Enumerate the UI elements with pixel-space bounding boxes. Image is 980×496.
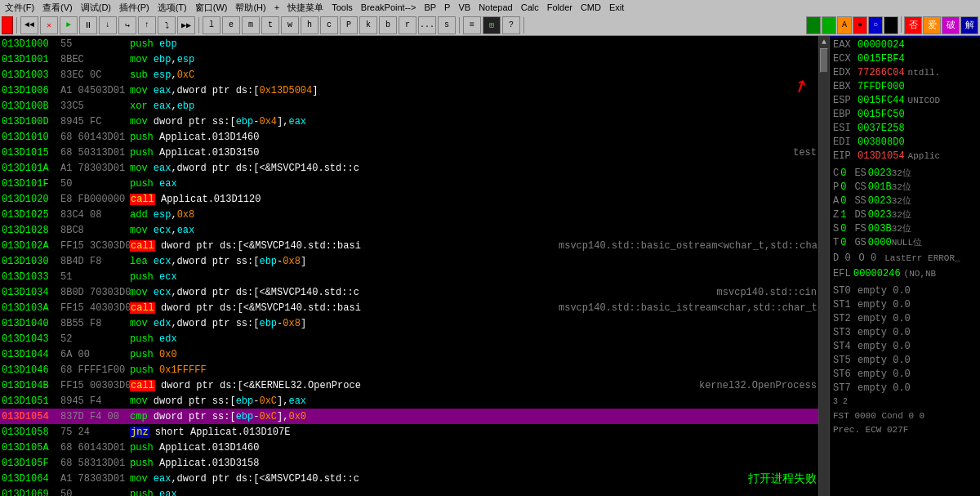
flag-value[interactable]: 0 xyxy=(840,223,846,235)
tb-anim[interactable]: ▶▶ xyxy=(177,16,195,34)
tb-step-out[interactable]: ↑ xyxy=(138,16,156,34)
tb-color2[interactable] xyxy=(822,16,836,34)
menu-exit[interactable]: Exit xyxy=(606,2,627,12)
table-row[interactable]: 013D10518945 F4mov dword ptr ss:[ebp-0xC… xyxy=(0,393,818,409)
reg-value[interactable]: 003808D0 xyxy=(858,136,905,148)
tb-w[interactable]: w xyxy=(281,16,299,34)
efl-value[interactable]: 00000246 xyxy=(853,268,901,279)
tb-help[interactable]: ? xyxy=(502,16,520,34)
menu-p[interactable]: P xyxy=(441,2,453,12)
reg-value[interactable]: 0015FC50 xyxy=(858,109,905,120)
tb-step-over[interactable]: ↪ xyxy=(118,16,136,34)
table-row[interactable]: 013D103AFF15 40303D01call dword ptr ds:[… xyxy=(0,300,818,315)
menu-tools[interactable]: Tools xyxy=(328,2,356,12)
tb-r[interactable]: r xyxy=(399,16,416,34)
tb-run[interactable]: ► xyxy=(60,16,78,34)
scroll-up[interactable]: ▲ xyxy=(822,38,826,47)
table-row[interactable]: 013D1054837D F4 00cmp dword ptr ss:[ebp-… xyxy=(0,409,818,424)
table-row[interactable]: 013D103351push ecx xyxy=(0,269,818,284)
menu-plus[interactable]: + xyxy=(271,2,283,12)
eip-value[interactable]: 013D1054 xyxy=(858,150,905,162)
reg-value[interactable]: 7FFDF000 xyxy=(858,81,905,92)
tb-h[interactable]: h xyxy=(301,16,318,34)
table-row[interactable]: 013D100D8945 FCmov dword ptr ss:[ebp-0x4… xyxy=(0,114,818,129)
menu-debug[interactable]: 调试(D) xyxy=(78,2,114,14)
table-row[interactable]: 013D101068 60143D01push Applicat.013D146… xyxy=(0,129,818,145)
menu-cmd[interactable]: CMD xyxy=(577,2,604,12)
table-row[interactable]: 013D105875 24jnz short Applicat.013D107E xyxy=(0,424,818,440)
menu-notepad[interactable]: Notepad xyxy=(475,2,516,12)
disasm-scrollbar[interactable]: ▲ xyxy=(819,36,829,496)
flag-value[interactable]: 1 xyxy=(840,209,846,221)
tb-color3[interactable]: A xyxy=(837,16,852,34)
tb-list[interactable]: ≡ xyxy=(463,16,481,34)
table-row[interactable]: 013D106950push eax xyxy=(0,486,818,496)
menu-breakpoint[interactable]: BreakPoint--> xyxy=(358,2,420,12)
table-row[interactable]: 013D10308B4D F8lea ecx,dword ptr ss:[ebp… xyxy=(0,253,818,269)
tb-k[interactable]: k xyxy=(359,16,377,34)
menu-plugin[interactable]: 插件(P) xyxy=(116,2,153,14)
disassembly-panel[interactable]: 013D100055push ebp013D10018BECmov ebp,es… xyxy=(0,36,819,496)
table-row[interactable]: 013D101F50push eax xyxy=(0,176,818,191)
table-row[interactable]: 013D104668 FFFF1F00push 0x1FFFFF xyxy=(0,362,818,378)
tb-chinese3[interactable]: 破 xyxy=(942,16,960,34)
menu-view[interactable]: 查看(V) xyxy=(39,2,76,14)
tb-e[interactable]: e xyxy=(222,16,240,34)
tb-b[interactable]: b xyxy=(379,16,397,34)
menu-help[interactable]: 帮助(H) xyxy=(232,2,269,14)
tb-m[interactable]: m xyxy=(242,16,260,34)
menu-shortcut[interactable]: 快捷菜单 xyxy=(284,2,327,14)
table-row[interactable]: 013D101568 50313D01push Applicat.013D315… xyxy=(0,145,818,160)
table-row[interactable]: 013D10018BECmov ebp,esp xyxy=(0,51,818,67)
table-row[interactable]: 013D101AA1 78303D01mov eax,dword ptr ds:… xyxy=(0,160,818,176)
tb-color6[interactable] xyxy=(884,16,898,34)
tb-rewind[interactable]: ◄◄ xyxy=(20,16,38,34)
table-row[interactable]: 013D105F68 58313D01push Applicat.013D315… xyxy=(0,455,818,471)
tb-s[interactable]: s xyxy=(438,16,456,34)
table-row[interactable]: 013D102583C4 08add esp,0x8 xyxy=(0,207,818,222)
table-row[interactable]: 013D105A68 60143D01push Applicat.013D146… xyxy=(0,440,818,455)
table-row[interactable]: 013D10288BC8mov ecx,eax xyxy=(0,222,818,238)
tb-c[interactable]: c xyxy=(320,16,338,34)
tb-color1[interactable] xyxy=(806,16,821,34)
reg-value[interactable]: 0037E258 xyxy=(858,123,905,134)
table-row[interactable]: 013D1006A1 04503D01mov eax,dword ptr ds:… xyxy=(0,83,818,98)
table-row[interactable]: 013D100055push ebp xyxy=(0,36,818,51)
table-row[interactable]: 013D1064A1 78303D01mov eax,dword ptr ds:… xyxy=(0,471,818,486)
tb-step-into[interactable]: ↓ xyxy=(99,16,117,34)
tb-color5[interactable]: ○ xyxy=(868,16,883,34)
flag-value[interactable]: 0 xyxy=(840,195,846,207)
tb-color4[interactable]: ● xyxy=(853,16,867,34)
menu-file[interactable]: 文件(F) xyxy=(2,2,38,14)
reg-value[interactable]: 0015FC44 xyxy=(858,95,905,106)
table-row[interactable]: 013D104352push edx xyxy=(0,331,818,346)
flag-value[interactable]: 0 xyxy=(840,237,846,248)
tb-pause2[interactable]: ⏸ xyxy=(79,16,97,34)
tb-stop[interactable]: ✕ xyxy=(40,16,58,34)
scroll-thumb[interactable] xyxy=(820,48,828,73)
menu-vb[interactable]: VB xyxy=(455,2,474,12)
tb-dots[interactable]: ... xyxy=(418,16,436,34)
table-row[interactable]: 013D104BFF15 00303D01call dword ptr ds:[… xyxy=(0,378,818,393)
reg-value[interactable]: 00000024 xyxy=(858,39,905,51)
table-row[interactable]: 013D100B33C5xor eax,ebp xyxy=(0,98,818,114)
tb-chinese2[interactable]: 爱 xyxy=(923,16,941,34)
tb-l[interactable]: l xyxy=(203,16,220,34)
menu-calc[interactable]: Calc xyxy=(518,2,542,12)
reg-value[interactable]: 0015FBF4 xyxy=(858,53,905,65)
tb-chinese4[interactable]: 解 xyxy=(960,16,978,34)
pause-button[interactable] xyxy=(2,16,13,34)
tb-t[interactable]: t xyxy=(261,16,279,34)
table-row[interactable]: 013D10446A 00push 0x0 xyxy=(0,346,818,362)
table-row[interactable]: 013D102AFF15 3C303D01call dword ptr ds:[… xyxy=(0,238,818,253)
table-row[interactable]: 013D10348B0D 70303D01mov ecx,dword ptr d… xyxy=(0,284,818,300)
reg-value[interactable]: 77266C04 xyxy=(858,67,905,78)
menu-window[interactable]: 窗口(W) xyxy=(192,2,231,14)
table-row[interactable]: 013D10408B55 F8mov edx,dword ptr ss:[ebp… xyxy=(0,315,818,331)
tb-chinese1[interactable]: 否 xyxy=(904,16,922,34)
table-row[interactable]: 013D1020E8 FB000000call Applicat.013D112… xyxy=(0,191,818,207)
menu-bp[interactable]: BP xyxy=(421,2,439,12)
tb-trace-into[interactable]: ⤵ xyxy=(158,16,176,34)
tb-bigp[interactable]: P xyxy=(340,16,358,34)
menu-folder[interactable]: Folder xyxy=(544,2,576,12)
